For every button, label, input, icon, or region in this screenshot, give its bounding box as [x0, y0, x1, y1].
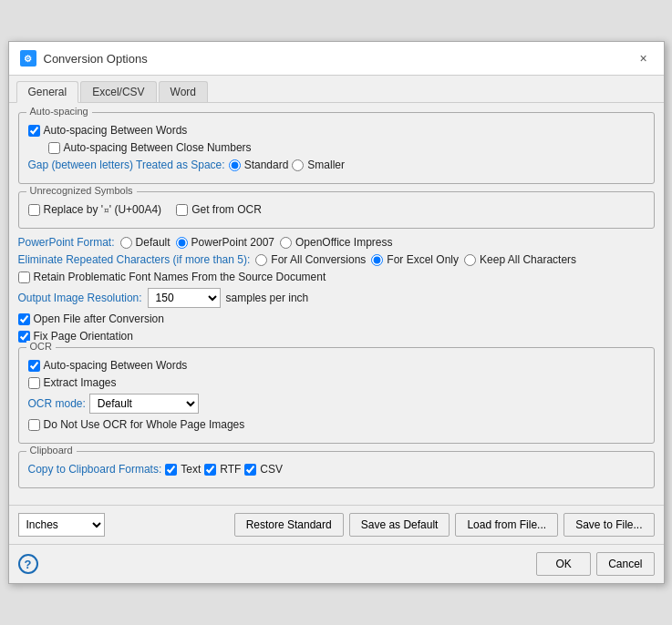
tab-word[interactable]: Word: [159, 81, 208, 102]
retain-font-wrap[interactable]: Retain Problematic Font Names From the S…: [18, 271, 326, 283]
pp-default-radio[interactable]: [120, 237, 132, 249]
ocr-mode-select[interactable]: Default Fast Thorough: [89, 394, 199, 414]
pp-openoffice-radio[interactable]: [280, 237, 292, 249]
smaller-radio-wrap[interactable]: Smaller: [292, 159, 345, 171]
auto-spacing-label: Auto-spacing: [26, 106, 92, 117]
replace-by-checkbox-wrap[interactable]: Replace by '¤' (U+00A4): [28, 203, 162, 216]
auto-spacing-numbers-checkbox[interactable]: [48, 142, 60, 154]
ocr-extract-checkbox[interactable]: [28, 377, 40, 389]
auto-spacing-numbers-checkbox-wrap[interactable]: Auto-spacing Between Close Numbers: [48, 141, 252, 154]
unit-select[interactable]: Inches Centimeters Points: [18, 513, 105, 537]
standard-radio[interactable]: [229, 159, 241, 171]
elim-excel-text: For Excel Only: [387, 253, 459, 266]
tabs-bar: General Excel/CSV Word: [9, 76, 664, 103]
fix-orientation-row: Fix Page Orientation: [18, 330, 655, 343]
unrecognized-content: Replace by '¤' (U+00A4) Get from OCR: [28, 200, 645, 216]
open-file-row: Open File after Conversion: [18, 312, 655, 325]
cancel-button[interactable]: Cancel: [596, 552, 654, 576]
restore-standard-button[interactable]: Restore Standard: [234, 513, 344, 537]
open-file-checkbox[interactable]: [18, 313, 30, 325]
retain-font-row: Retain Problematic Font Names From the S…: [18, 271, 655, 283]
auto-spacing-content: Auto-spacing Between Words Auto-spacing …: [28, 120, 645, 171]
open-file-wrap[interactable]: Open File after Conversion: [18, 312, 164, 325]
title-bar: ⚙ Conversion Options ×: [9, 42, 664, 76]
ok-button[interactable]: OK: [536, 552, 591, 576]
elim-all-radio[interactable]: [255, 254, 267, 266]
pp-openoffice-wrap[interactable]: OpenOffice Impress: [280, 236, 393, 249]
bottom-right: Restore Standard Save as Default Load fr…: [234, 513, 655, 537]
help-button[interactable]: ?: [18, 554, 38, 574]
output-resolution-label: Output Image Resolution:: [18, 292, 142, 304]
elim-excel-radio[interactable]: [371, 254, 383, 266]
auto-spacing-group: Auto-spacing Auto-spacing Between Words …: [18, 112, 655, 184]
resolution-select[interactable]: 72 96 150 200 300: [148, 288, 221, 308]
smaller-label: Smaller: [307, 159, 345, 171]
dialog-title: Conversion Options: [44, 52, 148, 66]
clipboard-rtf-checkbox[interactable]: [204, 464, 216, 476]
replace-by-checkbox[interactable]: [28, 204, 40, 216]
pp-2007-wrap[interactable]: PowerPoint 2007: [176, 236, 274, 249]
elim-keep-radio[interactable]: [464, 254, 476, 266]
gap-label: Gap (between letters) Treated as Space:: [28, 159, 225, 171]
save-default-button[interactable]: Save as Default: [349, 513, 450, 537]
bottom-left: Inches Centimeters Points: [18, 513, 105, 537]
auto-spacing-words-row: Auto-spacing Between Words: [28, 124, 645, 137]
auto-spacing-numbers-row: Auto-spacing Between Close Numbers: [28, 141, 645, 154]
retain-font-text: Retain Problematic Font Names From the S…: [34, 271, 326, 283]
app-icon: ⚙: [20, 50, 36, 67]
clipboard-text-wrap[interactable]: Text: [165, 463, 201, 476]
powerpoint-row: PowerPoint Format: Default PowerPoint 20…: [18, 236, 655, 249]
ocr-mode-label: OCR mode:: [28, 397, 86, 410]
title-bar-left: ⚙ Conversion Options: [20, 50, 148, 67]
load-from-file-button[interactable]: Load from File...: [455, 513, 558, 537]
resolution-suffix: samples per inch: [226, 292, 309, 304]
get-from-ocr-wrap[interactable]: Get from OCR: [176, 203, 262, 216]
clipboard-group: Clipboard Copy to Clipboard Formats: Tex…: [18, 451, 655, 488]
elim-keep-wrap[interactable]: Keep All Characters: [464, 253, 576, 266]
retain-font-checkbox[interactable]: [18, 272, 30, 283]
ocr-autospacing-checkbox[interactable]: [28, 360, 40, 372]
replace-by-row: Replace by '¤' (U+00A4) Get from OCR: [28, 203, 645, 216]
ocr-autospacing-wrap[interactable]: Auto-spacing Between Words: [28, 359, 188, 372]
eliminate-label: Eliminate Repeated Characters (if more t…: [18, 253, 251, 266]
close-button[interactable]: ×: [635, 49, 653, 67]
conversion-options-dialog: ⚙ Conversion Options × General Excel/CSV…: [8, 41, 665, 584]
auto-spacing-numbers-text: Auto-spacing Between Close Numbers: [64, 141, 252, 154]
tab-general[interactable]: General: [16, 81, 79, 103]
smaller-radio[interactable]: [292, 159, 304, 171]
ocr-group: OCR Auto-spacing Between Words Extract I…: [18, 347, 655, 444]
save-to-file-button[interactable]: Save to File...: [563, 513, 654, 537]
pp-default-wrap[interactable]: Default: [120, 236, 171, 249]
ocr-no-whole-wrap[interactable]: Do Not Use OCR for Whole Page Images: [28, 418, 245, 431]
ocr-extract-wrap[interactable]: Extract Images: [28, 376, 117, 389]
ocr-group-label: OCR: [26, 341, 56, 352]
clipboard-rtf-label: RTF: [220, 463, 241, 476]
clipboard-group-label: Clipboard: [26, 445, 77, 456]
clipboard-csv-wrap[interactable]: CSV: [244, 463, 283, 476]
action-bar: ? OK Cancel: [9, 544, 664, 583]
pp-2007-radio[interactable]: [176, 237, 188, 249]
clipboard-rtf-wrap[interactable]: RTF: [204, 463, 241, 476]
ocr-no-whole-text: Do Not Use OCR for Whole Page Images: [44, 418, 245, 431]
ocr-extract-text: Extract Images: [44, 376, 117, 389]
output-resolution-row: Output Image Resolution: 72 96 150 200 3…: [18, 288, 655, 308]
ocr-no-whole-checkbox[interactable]: [28, 419, 40, 431]
clipboard-csv-checkbox[interactable]: [244, 464, 256, 476]
elim-all-wrap[interactable]: For All Conversions: [255, 253, 366, 266]
open-file-text: Open File after Conversion: [34, 312, 164, 325]
elim-keep-text: Keep All Characters: [480, 253, 576, 266]
elim-excel-wrap[interactable]: For Excel Only: [371, 253, 459, 266]
clipboard-content: Copy to Clipboard Formats: Text RTF CSV: [28, 459, 645, 476]
clipboard-text-checkbox[interactable]: [165, 464, 177, 476]
get-from-ocr-text: Get from OCR: [191, 203, 262, 216]
ocr-content: Auto-spacing Between Words Extract Image…: [28, 355, 645, 431]
pp-openoffice-text: OpenOffice Impress: [295, 236, 393, 249]
auto-spacing-words-checkbox-wrap[interactable]: Auto-spacing Between Words: [28, 124, 188, 137]
auto-spacing-words-checkbox[interactable]: [28, 125, 40, 137]
gap-row: Gap (between letters) Treated as Space: …: [28, 159, 645, 171]
tab-excel-csv[interactable]: Excel/CSV: [80, 81, 156, 102]
pp-2007-text: PowerPoint 2007: [191, 236, 274, 249]
get-from-ocr-checkbox[interactable]: [176, 204, 188, 216]
replace-char: ¤: [103, 204, 109, 216]
standard-radio-wrap[interactable]: Standard: [229, 159, 289, 171]
